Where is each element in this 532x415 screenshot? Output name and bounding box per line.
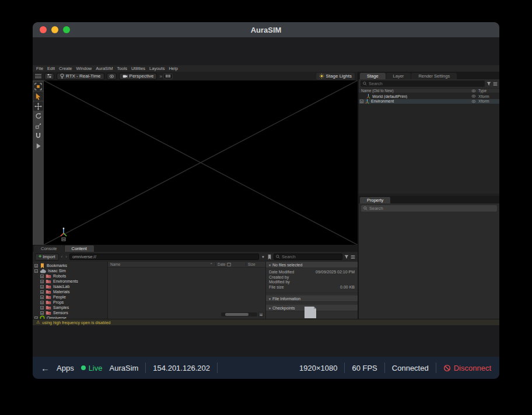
path-dropdown-icon[interactable]: ▼ [261,255,265,259]
stage-search-box[interactable] [360,80,485,87]
content-search-input[interactable] [282,254,340,259]
stage-column-name[interactable]: Name (Old to New) [359,89,469,93]
move-tool[interactable] [33,101,43,111]
app-header-area [33,37,499,65]
expand-icon[interactable]: + [40,280,44,283]
title-bar[interactable]: AuraSIM [33,22,499,37]
horizontal-scrollbar[interactable] [221,312,257,316]
expand-icon[interactable]: + [40,301,44,304]
back-arrow-icon[interactable]: ← [41,363,50,373]
viewport-empty-cross [44,80,358,245]
tree-item-bookmarks[interactable]: +Bookmarks [33,263,107,268]
filter-icon[interactable] [344,255,349,259]
stage-row-world-defaultprim-[interactable]: World (defaultPrim)Xform [359,94,499,99]
meta-value: 0.00 KB [340,285,355,290]
property-search-input[interactable] [369,206,495,211]
filter-icon[interactable] [487,82,491,86]
select-frame-tool[interactable] [33,82,43,91]
expand-icon[interactable]: + [40,306,44,310]
menu-item-create[interactable]: Create [59,66,72,71]
sort-caret-icon[interactable]: ⌃ [210,262,213,267]
file-preview-icon [303,305,321,319]
expand-icon[interactable]: + [40,290,44,294]
expand-icon[interactable]: + [40,275,44,278]
camera-button[interactable]: Perspective [119,73,158,80]
column-name[interactable]: Name ⌃ [108,262,215,267]
search-icon [276,255,280,259]
menu-item-help[interactable]: Help [169,66,177,71]
disconnect-button[interactable]: Disconnect [443,364,491,372]
tree-item-isaac-sim[interactable]: −Isaac Sim [33,268,107,273]
collapse-triangle-icon: ▾ [269,306,271,310]
render-mode-button[interactable]: RTX - Real-Time [57,73,104,80]
menu-item-file[interactable]: File [36,66,43,71]
stage-column-type[interactable]: Type [478,89,499,93]
content-search-box[interactable] [274,254,342,260]
render-mode-label: RTX - Real-Time [66,73,101,79]
menu-item-layouts[interactable]: Layouts [149,66,164,71]
tree-item-people[interactable]: +People [33,294,107,300]
apps-button[interactable]: Apps [57,364,74,372]
snap-tool[interactable] [33,131,43,140]
tree-item-materials[interactable]: +Materials [33,289,107,294]
nav-forward-icon[interactable]: › [65,254,68,259]
rotate-tool[interactable] [33,111,43,121]
view-options-icon[interactable] [351,255,355,259]
column-size[interactable]: Size [246,262,265,266]
folder-icon [46,294,51,300]
stage-options-icon[interactable] [493,82,498,86]
tree-item-robots[interactable]: +Robots [33,273,107,279]
tab-console[interactable]: Console [34,245,64,252]
menu-item-window[interactable]: Window [76,66,92,71]
column-date[interactable]: Date [215,262,246,266]
content-file-list[interactable]: Name ⌃ Date Size [108,262,266,319]
stage-tree: World (defaultPrim)Xform+EnvironmentXfor… [359,93,499,194]
selection-header[interactable]: ▾ No files selected [266,262,358,268]
menu-item-edit[interactable]: Edit [47,66,55,71]
scrollbar-thumb[interactable] [225,313,249,316]
tree-item-samples[interactable]: +Samples [33,305,107,310]
disconnect-icon [443,364,451,372]
expand-icon[interactable]: + [40,285,44,289]
window-title: AuraSIM [33,26,499,34]
viewport-menu-icon[interactable] [34,73,42,79]
menu-item-aurasim[interactable]: AuraSIM [96,66,113,71]
property-search-box[interactable] [361,205,497,212]
play-tool[interactable] [33,141,43,150]
more-chevron-icon[interactable]: » [159,73,161,79]
expand-icon[interactable]: + [40,296,44,299]
tree-item-isaaclab[interactable]: +IsaacLab [33,284,107,289]
sun-icon [319,73,324,79]
import-button[interactable]: + Import [35,254,59,261]
expand-icon[interactable]: − [34,269,38,273]
tree-item-props[interactable]: +Props [33,300,107,305]
tree-item-environments[interactable]: +Environments [33,279,107,284]
cursor-tool[interactable] [33,92,43,101]
visibility-eye-icon[interactable] [469,94,478,98]
tab-property[interactable]: Property [360,197,390,203]
nav-back-icon[interactable]: ‹ [61,254,64,259]
live-dot-icon [81,365,86,370]
menu-item-utilities[interactable]: Utilities [131,66,145,71]
path-input[interactable] [69,254,259,260]
stage-lights-button[interactable]: Stage Lights [316,73,355,80]
stage-search-input[interactable] [369,81,482,86]
property-tab-strip: Property [359,196,499,203]
visibility-eye-icon[interactable] [469,100,478,103]
viewport-options-button[interactable] [44,73,54,80]
tab-render-settings[interactable]: Render Settings [411,73,457,79]
expand-icon[interactable]: + [40,311,44,315]
tab-content[interactable]: Content [65,245,94,252]
tab-stage[interactable]: Stage [360,73,386,79]
stage-row-environment[interactable]: +EnvironmentXform [359,99,499,104]
viewport-canvas[interactable] [44,80,358,245]
section-file-information[interactable]: ▾ File Information [266,296,358,302]
scale-tool[interactable] [33,121,43,131]
menu-item-tools[interactable]: Tools [117,66,127,71]
bookmark-icon[interactable] [267,254,272,260]
render-settings-button[interactable] [107,73,117,80]
expand-icon[interactable]: + [34,264,38,268]
grid-view-icon[interactable]: ⊞ [258,312,264,317]
tree-item-sensors[interactable]: +Sensors [33,310,107,315]
tab-layer[interactable]: Layer [386,73,411,79]
